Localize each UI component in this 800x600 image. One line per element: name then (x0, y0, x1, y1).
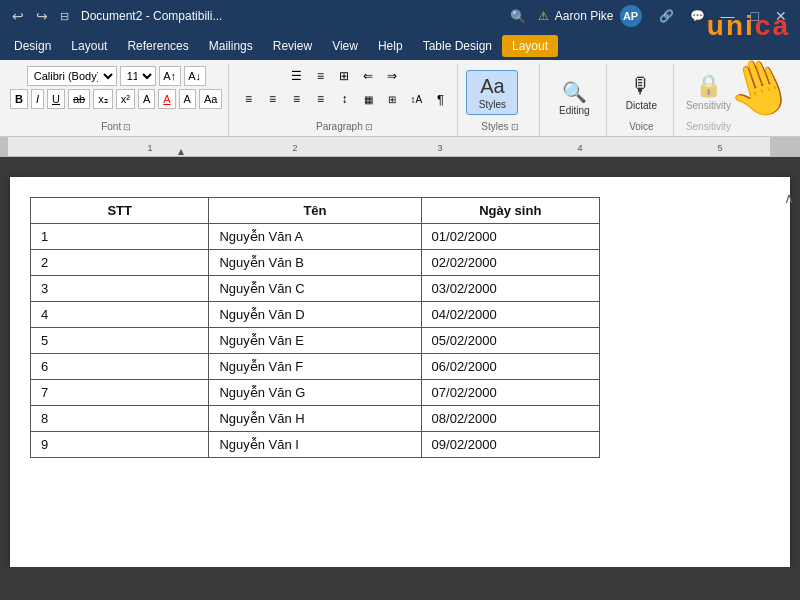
bold-button[interactable]: B (10, 89, 28, 109)
grow-font-button[interactable]: A↑ (159, 66, 181, 86)
table-row: 1Nguyễn Văn A01/02/2000 (31, 224, 600, 250)
share-button[interactable]: 🔗 (654, 6, 679, 26)
table-cell-r3-c2: 04/02/2000 (421, 302, 599, 328)
user-avatar[interactable]: AP (620, 5, 642, 27)
sort-button[interactable]: ↕A (405, 89, 427, 109)
styles-button[interactable]: Aa Styles (466, 70, 518, 115)
font-expand-icon[interactable]: ⊡ (123, 122, 131, 132)
search-icon[interactable]: 🔍 (510, 9, 526, 24)
line-spacing-button[interactable]: ↕ (333, 89, 355, 109)
table-cell-r0-c2: 01/02/2000 (421, 224, 599, 250)
document-area: STT Tên Ngày sinh 1Nguyễn Văn A01/02/200… (0, 157, 800, 567)
shading-button[interactable]: ▦ (357, 89, 379, 109)
table-cell-r2-c2: 03/02/2000 (421, 276, 599, 302)
styles-group: Aa Styles Styles ⊡ (460, 64, 540, 136)
svg-text:1: 1 (147, 143, 152, 153)
paragraph-expand-icon[interactable]: ⊡ (365, 122, 373, 132)
subscript-button[interactable]: x₂ (93, 89, 113, 109)
underline-button[interactable]: U (47, 89, 65, 109)
font-size-select[interactable]: 11 (120, 66, 156, 86)
superscript-button[interactable]: x² (116, 89, 135, 109)
menu-design[interactable]: Design (4, 35, 61, 57)
table-body: 1Nguyễn Văn A01/02/20002Nguyễn Văn B02/0… (31, 224, 600, 458)
table-row: 6Nguyễn Văn F06/02/2000 (31, 354, 600, 380)
undo-button[interactable]: ↩ (8, 6, 28, 26)
close-button[interactable]: ✕ (770, 6, 792, 26)
menu-table-design[interactable]: Table Design (413, 35, 502, 57)
dictate-label: Dictate (626, 100, 657, 111)
clear-format-button[interactable]: A (138, 89, 155, 109)
styles-expand-icon[interactable]: ⊡ (511, 122, 519, 132)
menu-review[interactable]: Review (263, 35, 322, 57)
minimize-button[interactable]: — (716, 6, 740, 26)
shrink-font-button[interactable]: A↓ (184, 66, 206, 86)
table-cell-r5-c1: Nguyễn Văn F (209, 354, 421, 380)
editing-group: 🔍 Editing (542, 64, 607, 136)
indent-decrease-button[interactable]: ⇐ (357, 66, 379, 86)
table-cell-r7-c0: 8 (31, 406, 209, 432)
paragraph-group: ☰ ≡ ⊞ ⇐ ⇒ ≡ ≡ ≡ ≡ ↕ ▦ ⊞ ↕A ¶ (231, 64, 458, 136)
undo-redo-group: ↩ ↪ ⊟ (8, 6, 73, 26)
sensitivity-group: 🔒 Sensitivity Sensitivity (676, 64, 740, 136)
bullets-button[interactable]: ☰ (285, 66, 307, 86)
multilevel-list-button[interactable]: ⊞ (333, 66, 355, 86)
align-right-button[interactable]: ≡ (285, 89, 307, 109)
table-cell-r7-c1: Nguyễn Văn H (209, 406, 421, 432)
menu-layout[interactable]: Layout (61, 35, 117, 57)
dictate-icon: 🎙 (630, 74, 652, 98)
document-title: Document2 - Compatibili... (81, 9, 510, 23)
table-cell-r8-c2: 09/02/2000 (421, 432, 599, 458)
indent-increase-button[interactable]: ⇒ (381, 66, 403, 86)
justify-button[interactable]: ≡ (309, 89, 331, 109)
table-cell-r0-c1: Nguyễn Văn A (209, 224, 421, 250)
table-cell-r1-c0: 2 (31, 250, 209, 276)
italic-button[interactable]: I (31, 89, 44, 109)
borders-button[interactable]: ⊞ (381, 89, 403, 109)
sensitivity-button[interactable]: 🔒 Sensitivity (682, 70, 734, 115)
numbering-button[interactable]: ≡ (309, 66, 331, 86)
table-row: 3Nguyễn Văn C03/02/2000 (31, 276, 600, 302)
editing-button[interactable]: 🔍 Editing (548, 77, 600, 120)
table-cell-r8-c0: 9 (31, 432, 209, 458)
dictate-button[interactable]: 🎙 Dictate (615, 70, 667, 115)
align-center-button[interactable]: ≡ (261, 89, 283, 109)
editing-label: Editing (559, 105, 590, 116)
font-color-button[interactable]: A (158, 89, 175, 109)
svg-text:5: 5 (717, 143, 722, 153)
table-row: 5Nguyễn Văn E05/02/2000 (31, 328, 600, 354)
align-left-button[interactable]: ≡ (237, 89, 259, 109)
svg-rect-0 (0, 137, 8, 157)
sensitivity-group-label: Sensitivity (686, 121, 731, 132)
menu-references[interactable]: References (117, 35, 198, 57)
table-row: 8Nguyễn Văn H08/02/2000 (31, 406, 600, 432)
maximize-button[interactable]: □ (746, 6, 764, 26)
table-header-row: STT Tên Ngày sinh (31, 198, 600, 224)
menu-layout-tab[interactable]: Layout (502, 35, 558, 57)
svg-text:4: 4 (577, 143, 582, 153)
table-cell-r2-c1: Nguyễn Văn C (209, 276, 421, 302)
font-name-select[interactable]: Calibri (Body) (27, 66, 117, 86)
table-cell-r6-c1: Nguyễn Văn G (209, 380, 421, 406)
table-cell-r2-c0: 3 (31, 276, 209, 302)
text-highlight-button[interactable]: A (179, 89, 196, 109)
font-group: Calibri (Body) 11 A↑ A↓ B I U ab x₂ x² A (4, 64, 229, 136)
document-page: STT Tên Ngày sinh 1Nguyễn Văn A01/02/200… (10, 177, 790, 567)
show-marks-button[interactable]: ¶ (429, 89, 451, 109)
comments-button[interactable]: 💬 (685, 6, 710, 26)
window-controls: 🔗 💬 — □ ✕ (654, 6, 792, 26)
styles-group-label: Styles (481, 121, 508, 132)
ribbon-toggle-button[interactable]: ⊟ (56, 6, 73, 26)
table-cell-r4-c2: 05/02/2000 (421, 328, 599, 354)
ribbon-collapse-button[interactable]: ∧ (784, 190, 794, 206)
table-cell-r0-c0: 1 (31, 224, 209, 250)
menu-mailings[interactable]: Mailings (199, 35, 263, 57)
sensitivity-icon: 🔒 (695, 74, 722, 98)
strikethrough-button[interactable]: ab (68, 89, 90, 109)
table-row: 4Nguyễn Văn D04/02/2000 (31, 302, 600, 328)
table-row: 2Nguyễn Văn B02/02/2000 (31, 250, 600, 276)
redo-button[interactable]: ↪ (32, 6, 52, 26)
change-case-button[interactable]: Aa (199, 89, 222, 109)
font-group-label: Font (101, 121, 121, 132)
menu-help[interactable]: Help (368, 35, 413, 57)
menu-view[interactable]: View (322, 35, 368, 57)
